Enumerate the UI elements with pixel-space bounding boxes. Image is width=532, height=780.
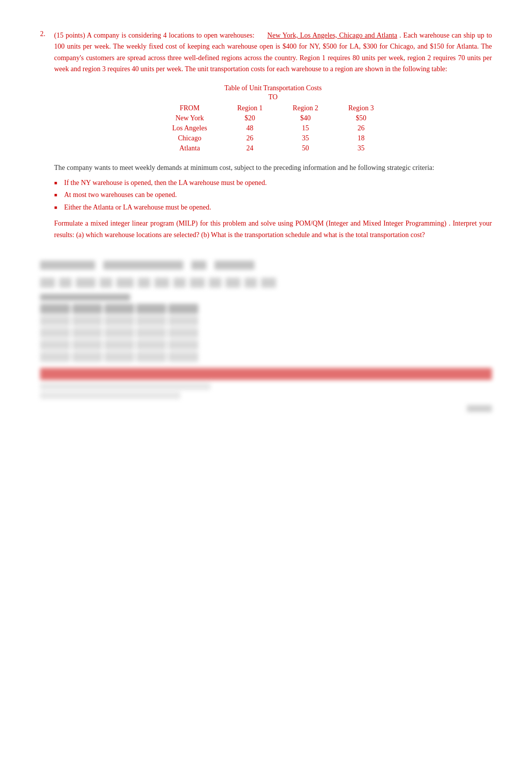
blurred-cell [168, 328, 198, 338]
blurred-eq-10 [209, 278, 221, 288]
blurred-cell [72, 328, 102, 338]
blurred-answer-text-2 [40, 392, 180, 399]
blurred-cell [72, 316, 102, 326]
blurred-title-line [40, 261, 492, 270]
bullet-icon-1: ■ [54, 177, 61, 188]
blurred-eq-12 [244, 278, 257, 288]
blurred-table-grid [40, 304, 492, 362]
row-atlanta-r2: 50 [278, 143, 333, 153]
blurred-eq-5 [116, 278, 134, 288]
blurred-cell [40, 316, 70, 326]
blurred-eq-8 [173, 278, 186, 288]
row-la-r3: 26 [333, 123, 389, 133]
blurred-eq-1 [40, 278, 55, 288]
blurred-cell [40, 328, 70, 338]
question-cities: New York, Los Angeles, Chicago and Atlan… [268, 32, 397, 39]
col-header-r3: Region 3 [333, 103, 389, 113]
blurred-word-1 [40, 261, 95, 270]
row-atlanta-label: Atlanta [157, 143, 222, 153]
blurred-cell [136, 352, 166, 362]
blurred-eq-4 [100, 278, 112, 288]
bullet-icon-3: ■ [54, 202, 61, 213]
col-header-r1: Region 1 [222, 103, 278, 113]
row-newyork-r2: $40 [278, 113, 333, 123]
blurred-cell [136, 328, 166, 338]
blurred-cell [104, 304, 134, 314]
blurred-table-title [40, 294, 130, 301]
blurred-cell [72, 352, 102, 362]
blurred-word-3 [191, 261, 206, 270]
row-chicago-r2: 35 [278, 133, 333, 143]
question-number: 2. [40, 30, 50, 75]
blurred-eq-row-1 [40, 278, 492, 288]
blurred-eq-2 [59, 278, 72, 288]
blurred-eq-9 [190, 278, 205, 288]
blurred-cell [136, 304, 166, 314]
row-chicago-label: Chicago [157, 133, 222, 143]
blurred-cell [40, 340, 70, 350]
table-section: Table of Unit Transportation Costs TO FR… [54, 84, 492, 153]
blurred-cell [136, 316, 166, 326]
blurred-eq-13 [261, 278, 276, 288]
blurred-eq-6 [138, 278, 150, 288]
blurred-cell [72, 304, 102, 314]
question-text: (15 points) A company is considering 4 l… [54, 30, 492, 75]
criteria-list: ■ If the NY warehouse is opened, then th… [54, 177, 492, 213]
blurred-cell [168, 340, 198, 350]
blurred-word-4 [214, 261, 254, 270]
row-la-label: Los Angeles [157, 123, 222, 133]
table-row: Atlanta 24 50 35 [157, 143, 389, 153]
formulate-content: Formulate a mixed integer linear program… [54, 220, 492, 238]
blurred-answer-text-1 [40, 383, 210, 390]
row-la-r2: 15 [278, 123, 333, 133]
bullet-icon-2: ■ [54, 189, 61, 201]
row-chicago-r3: 18 [333, 133, 389, 143]
row-newyork-r3: $50 [333, 113, 389, 123]
blurred-cell [40, 352, 70, 362]
blurred-cell [136, 340, 166, 350]
formulate-text: Formulate a mixed integer linear program… [54, 218, 492, 241]
blurred-eq-7 [154, 278, 169, 288]
blurred-eq-3 [76, 278, 96, 288]
row-atlanta-r1: 24 [222, 143, 278, 153]
criteria-item-2: ■ At most two warehouses can be opened. [54, 189, 492, 201]
blurred-cell [104, 352, 134, 362]
row-chicago-r1: 26 [222, 133, 278, 143]
criteria-text-3: Either the Atlanta or LA warehouse must … [64, 202, 211, 213]
table-row: Los Angeles 48 15 26 [157, 123, 389, 133]
blurred-answer-bar [40, 368, 492, 380]
table-row: New York $20 $40 $50 [157, 113, 389, 123]
criteria-text-1: If the NY warehouse is opened, then the … [64, 177, 267, 188]
blurred-cell [168, 352, 198, 362]
blurred-word-2 [103, 261, 183, 270]
blurred-cell [104, 328, 134, 338]
blurred-cell [104, 316, 134, 326]
body-text-after-table: The company wants to meet weekly demands… [54, 162, 492, 173]
criteria-text-2: At most two warehouses can be opened. [64, 189, 177, 201]
question-block: 2. (15 points) A company is considering … [40, 30, 492, 75]
blurred-table-section [40, 294, 492, 362]
criteria-item-3: ■ Either the Atlanta or LA warehouse mus… [54, 202, 492, 213]
blurred-page-area [40, 401, 492, 412]
table-to-label: TO [54, 93, 492, 101]
blurred-cell [40, 304, 70, 314]
table-header-row: FROM Region 1 Region 2 Region 3 [157, 103, 389, 113]
col-header-from: FROM [157, 103, 222, 113]
col-header-r2: Region 2 [278, 103, 333, 113]
row-newyork-label: New York [157, 113, 222, 123]
question-intro: (15 points) A company is considering 4 l… [54, 32, 254, 39]
criteria-item-1: ■ If the NY warehouse is opened, then th… [54, 177, 492, 188]
blurred-page-number [467, 405, 492, 412]
row-atlanta-r3: 35 [333, 143, 389, 153]
table-row: Chicago 26 35 18 [157, 133, 389, 143]
blurred-cell [72, 340, 102, 350]
row-newyork-r1: $20 [222, 113, 278, 123]
transport-table: FROM Region 1 Region 2 Region 3 New York… [157, 103, 389, 153]
blurred-solution-section [40, 261, 492, 412]
blurred-cell [168, 304, 198, 314]
blurred-eq-11 [225, 278, 240, 288]
table-title: Table of Unit Transportation Costs [54, 84, 492, 92]
row-la-r1: 48 [222, 123, 278, 133]
blurred-cell [104, 340, 134, 350]
blurred-cell [168, 316, 198, 326]
